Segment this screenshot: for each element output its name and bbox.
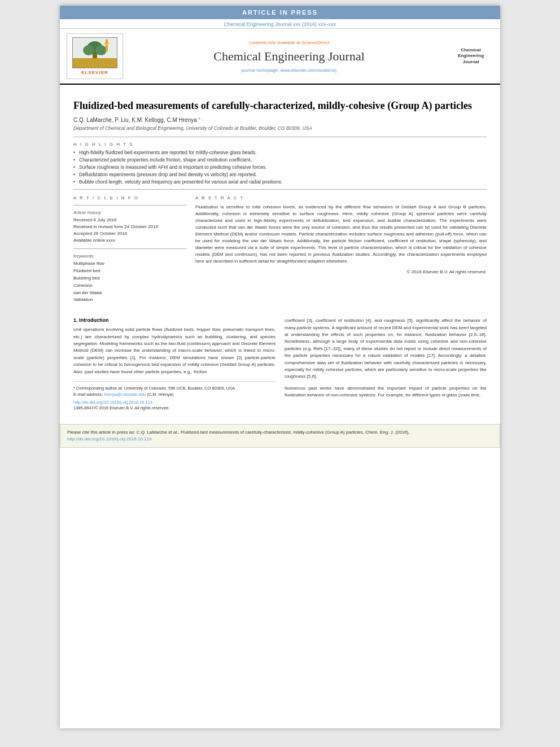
- keyword-5: van der Waals: [73, 290, 186, 297]
- divider-1: [73, 137, 487, 137]
- email-footnote: E-mail address: hrenya@colorado.edu (C.M…: [73, 391, 275, 397]
- svg-point-8: [106, 39, 108, 43]
- intro-para-col2-2: Numerous past works have demonstrated th…: [285, 385, 487, 399]
- keywords-section: Keywords: Multiphase flow Fluidized bed …: [73, 254, 186, 304]
- press-bar: ARTICLE IN PRESS: [60, 6, 500, 19]
- article-history: Article history: Received 8 July 2016 Re…: [73, 210, 186, 244]
- page: ARTICLE IN PRESS Chemical Engineering Jo…: [60, 6, 500, 728]
- intro-heading: 1. Introduction: [73, 317, 275, 323]
- intro-para-col2-1: coefficient [3], coefficient of restitut…: [285, 317, 487, 381]
- copyright: © 2016 Elsevier B.V. All rights reserved…: [195, 269, 487, 274]
- author-star: *: [199, 117, 201, 123]
- keyword-2: Fluidized bed: [73, 268, 186, 275]
- body-col-right: coefficient [3], coefficient of restitut…: [285, 317, 487, 411]
- logo-right-line1: Chemical: [461, 47, 481, 53]
- revised-date: Received in revised form 24 October 2016: [73, 224, 186, 230]
- keyword-4: Cohesion: [73, 282, 186, 290]
- journal-name: Chemical Engineering Journal: [132, 49, 446, 64]
- body-section: 1. Introduction Unit operations involvin…: [73, 317, 487, 411]
- footnote-area: * Corresponding author at: University of…: [73, 381, 275, 412]
- svg-point-4: [83, 45, 94, 55]
- accepted-date: Accepted 26 October 2016: [73, 230, 186, 237]
- abstract-col: A B S T R A C T Fluidization is sensitiv…: [195, 195, 487, 308]
- divider-2: [73, 189, 487, 190]
- email-suffix: (C.M. Hrenya).: [146, 392, 174, 397]
- abstract-label: A B S T R A C T: [195, 195, 487, 200]
- highlight-3: Surface roughness is measured with AFM a…: [73, 164, 487, 170]
- article-info-label: A R T I C L E I N F O: [73, 195, 186, 200]
- doi-line[interactable]: http://dx.doi.org/10.1016/j.cej.2016.10.…: [73, 400, 275, 405]
- star-footnote: * Corresponding author at: University of…: [73, 385, 275, 391]
- keywords-label: Keywords:: [73, 254, 186, 259]
- info-abstract-row: A R T I C L E I N F O Article history: R…: [73, 195, 487, 308]
- keywords-list: Multiphase flow Fluidized bed Bubbling b…: [73, 260, 186, 304]
- article-info-col: A R T I C L E I N F O Article history: R…: [73, 195, 186, 308]
- sciencedirect-line: Contents lists available at ScienceDirec…: [132, 40, 446, 45]
- authors: C.Q. LaMarche, P. Liu, K.M. Kellogg, C.M…: [73, 117, 487, 123]
- divider-3: [73, 205, 186, 206]
- citation-text: Please cite this article in press as: C.…: [67, 430, 409, 435]
- keyword-6: Validation: [73, 296, 186, 304]
- available-date: Available online xxxx: [73, 237, 186, 244]
- journal-title-center: Contents lists available at ScienceDirec…: [130, 33, 448, 79]
- body-col-left: 1. Introduction Unit operations involvin…: [73, 317, 275, 411]
- highlight-4: Defluidization experiments (pressure dro…: [73, 172, 487, 177]
- logo-right-line3: Journal: [463, 59, 479, 65]
- elsevier-logo: ELSEVIER: [67, 33, 123, 79]
- svg-rect-1: [73, 58, 117, 67]
- email-link[interactable]: hrenya@colorado.edu: [104, 392, 146, 397]
- journal-ref-text: Chemical Engineering Journal xxx (2016) …: [224, 21, 336, 27]
- abstract-text: Fluidization is sensitive to mild cohesi…: [195, 204, 487, 265]
- intro-para-1: Unit operations involving solid particle…: [73, 326, 275, 375]
- highlights-section: H I G H L I G H T S High-fidelity fluidi…: [73, 142, 487, 185]
- elsevier-logo-img: [72, 37, 117, 68]
- svg-point-5: [95, 45, 107, 55]
- journal-ref: Chemical Engineering Journal xxx (2016) …: [60, 19, 500, 29]
- email-label: E-mail address:: [73, 392, 104, 397]
- citation-doi[interactable]: http://dx.doi.org/10.1016/j.cej.2016.10.…: [67, 436, 151, 442]
- highlight-5: Bubble chord-length, velocity and freque…: [73, 179, 487, 185]
- logo-right-line2: Engineering: [458, 53, 484, 59]
- divider-4: [73, 248, 186, 249]
- elsevier-text: ELSEVIER: [81, 70, 108, 75]
- highlight-1: High-fidelity fluidized bed experiments …: [73, 150, 487, 155]
- history-label: Article history:: [73, 210, 186, 215]
- journal-logo-right: Chemical Engineering Journal: [448, 33, 493, 79]
- bottom-citation-bar: Please cite this article in press as: C.…: [60, 424, 500, 448]
- affiliation: Department of Chemical and Biological En…: [73, 125, 487, 131]
- keyword-1: Multiphase flow: [73, 260, 186, 268]
- press-bar-label: ARTICLE IN PRESS: [242, 9, 318, 16]
- journal-homepage: journal homepage: www.elsevier.com/locat…: [132, 68, 446, 73]
- journal-header: ELSEVIER Contents lists available at Sci…: [60, 29, 500, 85]
- highlight-2: Characterized particle properties includ…: [73, 157, 487, 163]
- received-date: Received 8 July 2016: [73, 217, 186, 224]
- keyword-3: Bubbling bed: [73, 275, 186, 282]
- author-names: C.Q. LaMarche, P. Liu, K.M. Kellogg, C.M…: [73, 117, 197, 123]
- issn-line: 1385-8947/© 2016 Elsevier B.V. All right…: [73, 405, 275, 411]
- main-content: Fluidized-bed measurements of carefully-…: [60, 85, 500, 418]
- highlights-label: H I G H L I G H T S: [73, 142, 487, 147]
- article-title: Fluidized-bed measurements of carefully-…: [73, 99, 487, 112]
